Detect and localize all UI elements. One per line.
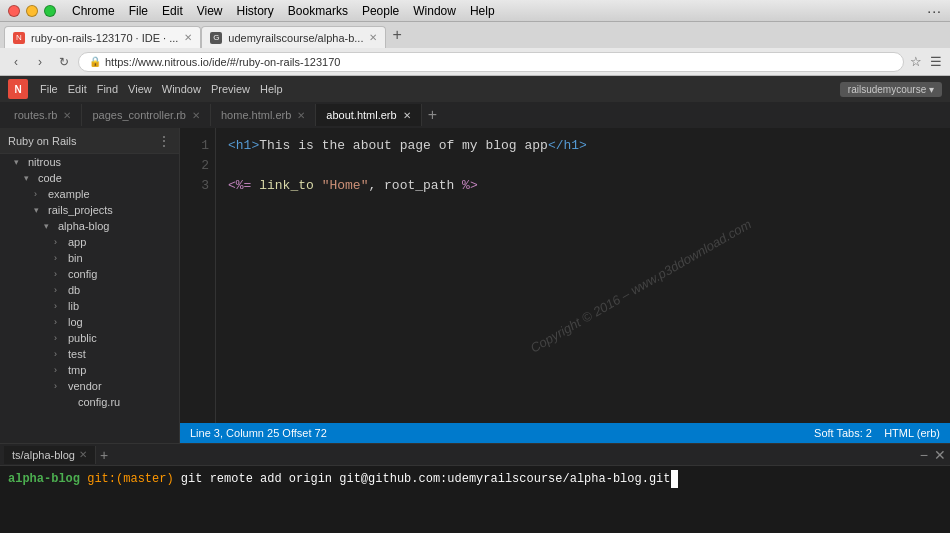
terminal-tab-close[interactable]: ✕	[79, 449, 87, 460]
menu-people[interactable]: People	[362, 4, 399, 18]
arrow-icon: ▾	[34, 205, 46, 215]
tree-item-vendor[interactable]: › vendor	[10, 378, 179, 394]
line-num-3: 3	[186, 176, 209, 196]
editor-tab-about-erb[interactable]: about.html.erb ✕	[316, 104, 421, 126]
app-menu-file[interactable]: File	[40, 83, 58, 95]
ide-container: routes.rb ✕ pages_controller.rb ✕ home.h…	[0, 102, 950, 533]
terminal-add-button[interactable]: +	[96, 447, 112, 463]
syntax-mode: HTML (erb)	[884, 427, 940, 439]
tree-item-bin[interactable]: › bin	[10, 250, 179, 266]
tree-label: app	[68, 236, 86, 248]
forward-button[interactable]: ›	[30, 52, 50, 72]
tree-item-db[interactable]: › db	[10, 282, 179, 298]
tree-item-config-ru[interactable]: config.ru	[10, 394, 179, 410]
code-content[interactable]: <h1>This is the about page of my blog ap…	[216, 128, 950, 423]
browser-tab-2-close[interactable]: ✕	[369, 32, 377, 43]
app-menu-view[interactable]: View	[128, 83, 152, 95]
terminal-body[interactable]: alpha-blog git:(master) git remote add o…	[0, 466, 950, 492]
tree-item-config[interactable]: › config	[10, 266, 179, 282]
menu-history[interactable]: History	[237, 4, 274, 18]
menu-window[interactable]: Window	[413, 4, 456, 18]
tree-label: alpha-blog	[58, 220, 109, 232]
app-menu-help[interactable]: Help	[260, 83, 283, 95]
menu-help[interactable]: Help	[470, 4, 495, 18]
terminal-minimize-icon[interactable]: −	[920, 447, 928, 463]
star-icon[interactable]: ☆	[908, 52, 924, 71]
tree-item-app[interactable]: › app	[10, 234, 179, 250]
titlebar: Chrome File Edit View History Bookmarks …	[0, 0, 950, 22]
user-account-button[interactable]: railsudemycourse ▾	[840, 82, 942, 97]
terminal-tab-label: ts/alpha-blog	[12, 449, 75, 461]
window-controls[interactable]	[8, 5, 56, 17]
tree-label: test	[68, 348, 86, 360]
reload-button[interactable]: ↻	[54, 52, 74, 72]
chrome-menu-icon[interactable]: ☰	[928, 52, 944, 71]
tree-label: tmp	[68, 364, 86, 376]
ide-body: Ruby on Rails ⋮ ▾ nitrous ▾ code › examp…	[0, 128, 950, 443]
editor-tab-routes[interactable]: routes.rb ✕	[4, 104, 82, 126]
terminal-maximize-icon[interactable]: ✕	[934, 447, 946, 463]
code-editor[interactable]: Copyright © 2016 – www.p3ddownload.com 1…	[180, 128, 950, 443]
back-button[interactable]: ‹	[6, 52, 26, 72]
status-bar-right: Soft Tabs: 2 HTML (erb)	[814, 427, 940, 439]
menu-file[interactable]: File	[129, 4, 148, 18]
sidebar-menu-icon[interactable]: ⋮	[157, 133, 171, 149]
code-method: link_to	[259, 178, 314, 193]
editor-tab-routes-close[interactable]: ✕	[63, 110, 71, 121]
editor-tab-home-close[interactable]: ✕	[297, 110, 305, 121]
code-tag: <h1>	[228, 138, 259, 153]
app-menu-window[interactable]: Window	[162, 83, 201, 95]
browser-tab-1-label: ruby-on-rails-123170 · IDE · ...	[31, 32, 178, 44]
arrow-icon: ›	[54, 237, 66, 247]
menu-bookmarks[interactable]: Bookmarks	[288, 4, 348, 18]
arrow-icon: ▾	[24, 173, 36, 183]
menu-bar: Chrome File Edit View History Bookmarks …	[72, 4, 495, 18]
maximize-button[interactable]	[44, 5, 56, 17]
editor-tab-pages-close[interactable]: ✕	[192, 110, 200, 121]
close-button[interactable]	[8, 5, 20, 17]
arrow-icon: ›	[54, 333, 66, 343]
terminal-tab-1[interactable]: ts/alpha-blog ✕	[4, 446, 96, 464]
line-num-1: 1	[186, 136, 209, 156]
code-text: This is the about page of my blog app	[259, 138, 548, 153]
tree-label: bin	[68, 252, 83, 264]
tree-item-example[interactable]: › example	[10, 186, 179, 202]
address-url[interactable]: https://www.nitrous.io/ide/#/ruby-on-rai…	[105, 56, 340, 68]
tree-label: lib	[68, 300, 79, 312]
arrow-icon: ▾	[44, 221, 56, 231]
tree-label: public	[68, 332, 97, 344]
tree-item-nitrous[interactable]: ▾ nitrous	[10, 154, 179, 170]
tree-label: config.ru	[78, 396, 120, 408]
editor-tab-pages-controller[interactable]: pages_controller.rb ✕	[82, 104, 211, 126]
add-editor-tab-button[interactable]: +	[422, 106, 443, 124]
tree-item-alpha-blog[interactable]: ▾ alpha-blog	[10, 218, 179, 234]
menu-chrome[interactable]: Chrome	[72, 4, 115, 18]
browser-tab-1[interactable]: N ruby-on-rails-123170 · IDE · ... ✕	[4, 26, 201, 48]
app-menu-edit[interactable]: Edit	[68, 83, 87, 95]
menu-view[interactable]: View	[197, 4, 223, 18]
file-tree: ▾ nitrous ▾ code › example ▾ rails_proje…	[0, 154, 179, 410]
tree-item-log[interactable]: › log	[10, 314, 179, 330]
editor-tab-home-erb[interactable]: home.html.erb ✕	[211, 104, 316, 126]
app-menu-find[interactable]: Find	[97, 83, 118, 95]
browser-tab-2[interactable]: G udemyrailscourse/alpha-b... ✕	[201, 26, 386, 48]
tree-item-test[interactable]: › test	[10, 346, 179, 362]
menu-edit[interactable]: Edit	[162, 4, 183, 18]
editor-tab-about-close[interactable]: ✕	[403, 110, 411, 121]
browser-tab-1-close[interactable]: ✕	[184, 32, 192, 43]
tree-item-public[interactable]: › public	[10, 330, 179, 346]
tab-favicon-2: G	[210, 32, 222, 44]
minimize-button[interactable]	[26, 5, 38, 17]
line-numbers: 1 2 3	[180, 128, 216, 423]
app-menu-preview[interactable]: Preview	[211, 83, 250, 95]
editor-tab-pages-label: pages_controller.rb	[92, 109, 186, 121]
tree-item-lib[interactable]: › lib	[10, 298, 179, 314]
chrome-menu-dots[interactable]: ···	[927, 3, 942, 19]
file-tree-sidebar: Ruby on Rails ⋮ ▾ nitrous ▾ code › examp…	[0, 128, 180, 443]
address-bar[interactable]: 🔒 https://www.nitrous.io/ide/#/ruby-on-r…	[78, 52, 904, 72]
tree-item-code[interactable]: ▾ code	[10, 170, 179, 186]
tree-item-tmp[interactable]: › tmp	[10, 362, 179, 378]
new-tab-button[interactable]: +	[386, 26, 407, 44]
tree-item-rails-projects[interactable]: ▾ rails_projects	[10, 202, 179, 218]
code-area[interactable]: 1 2 3 <h1>This is the about page of my b…	[180, 128, 950, 423]
